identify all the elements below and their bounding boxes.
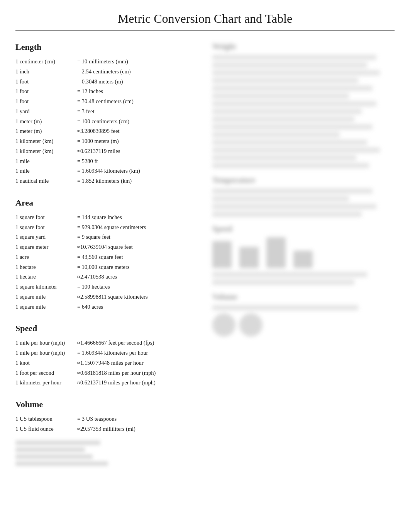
- left-column: Length 1 centimeter (cm)= 10 millimeters…: [15, 42, 201, 478]
- conversion-value: = 1.609344 kilometers (km): [77, 166, 201, 176]
- conversion-value: ≈0.62137119 miles per hour (mph): [77, 378, 201, 388]
- table-row: 1 square meter≈10.7639104 square feet: [15, 242, 201, 252]
- unit-label: 1 square foot: [15, 212, 77, 223]
- speed-section: Speed 1 mile per hour (mph)≈1.46666667 f…: [15, 323, 201, 388]
- table-row: 1 meter (m)≈3.280839895 feet: [15, 126, 201, 136]
- unit-label: 1 mile per hour (mph): [15, 348, 77, 358]
- area-title: Area: [15, 198, 201, 208]
- conversion-value: = 3 feet: [77, 107, 201, 117]
- table-row: 1 inch= 2.54 centimeters (cm): [15, 67, 201, 77]
- unit-label: 1 acre: [15, 252, 77, 262]
- conversion-value: = 100 hectares: [77, 282, 201, 292]
- area-table: 1 square foot= 144 square inches1 square…: [15, 212, 201, 312]
- conversion-value: = 9 square feet: [77, 232, 201, 242]
- unit-label: 1 square foot: [15, 223, 77, 233]
- table-row: 1 foot= 12 inches: [15, 87, 201, 97]
- unit-label: 1 hectare: [15, 262, 77, 272]
- conversion-value: = 1000 meters (m): [77, 136, 201, 146]
- unit-label: 1 centimeter (cm): [15, 57, 77, 67]
- table-row: 1 US tablespoon= 3 US teaspoons: [15, 414, 201, 424]
- table-row: 1 foot= 30.48 centimeters (cm): [15, 97, 201, 107]
- conversion-value: = 144 square inches: [77, 212, 201, 223]
- unit-label: 1 kilometer (km): [15, 136, 77, 146]
- unit-label: 1 US fluid ounce: [15, 424, 77, 434]
- unit-label: 1 knot: [15, 358, 77, 368]
- volume-table: 1 US tablespoon= 3 US teaspoons1 US flui…: [15, 414, 201, 434]
- conversion-value: ≈1.46666667 feet per second (fps): [77, 338, 201, 348]
- unit-label: 1 foot: [15, 97, 77, 107]
- table-row: 1 hectare= 10,000 square meters: [15, 262, 201, 272]
- right-column: Weight Temperature Speed: [212, 42, 395, 478]
- conversion-value: = 640 acres: [77, 302, 201, 312]
- conversion-value: ≈0.62137119 miles: [77, 146, 201, 156]
- unit-label: 1 nautical mile: [15, 176, 77, 186]
- table-row: 1 mile= 1.609344 kilometers (km): [15, 166, 201, 176]
- conversion-value: = 5280 ft: [77, 156, 201, 167]
- conversion-value: ≈3.280839895 feet: [77, 126, 201, 136]
- page-title: Metric Conversion Chart and Table: [15, 12, 395, 31]
- area-section: Area 1 square foot= 144 square inches1 s…: [15, 198, 201, 312]
- table-row: 1 mile= 5280 ft: [15, 156, 201, 167]
- table-row: 1 kilometer (km)= 1000 meters (m): [15, 136, 201, 146]
- conversion-value: = 3 US teaspoons: [77, 414, 201, 424]
- volume-title: Volume: [15, 399, 201, 410]
- conversion-value: ≈0.68181818 miles per hour (mph): [77, 368, 201, 378]
- unit-label: 1 square meter: [15, 242, 77, 252]
- conversion-value: = 43,560 square feet: [77, 252, 201, 262]
- table-row: 1 square yard= 9 square feet: [15, 232, 201, 242]
- unit-label: 1 foot: [15, 77, 77, 87]
- table-row: 1 US fluid ounce≈29.57353 milliliters (m…: [15, 424, 201, 434]
- conversion-value: ≈10.7639104 square feet: [77, 242, 201, 252]
- table-row: 1 square foot= 144 square inches: [15, 212, 201, 223]
- table-row: 1 foot= 0.3048 meters (m): [15, 77, 201, 87]
- table-row: 1 mile per hour (mph)≈1.46666667 feet pe…: [15, 338, 201, 348]
- conversion-value: = 100 centimeters (cm): [77, 117, 201, 127]
- speed-table: 1 mile per hour (mph)≈1.46666667 feet pe…: [15, 338, 201, 388]
- unit-label: 1 yard: [15, 107, 77, 117]
- speed-title: Speed: [15, 323, 201, 333]
- table-row: 1 yard= 3 feet: [15, 107, 201, 117]
- table-row: 1 meter (m)= 100 centimeters (cm): [15, 117, 201, 127]
- unit-label: 1 foot per second: [15, 368, 77, 378]
- conversion-value: ≈1.150779448 miles per hour: [77, 358, 201, 368]
- unit-label: 1 kilometer (km): [15, 146, 77, 156]
- table-row: 1 foot per second≈0.68181818 miles per h…: [15, 368, 201, 378]
- volume-section: Volume 1 US tablespoon= 3 US teaspoons1 …: [15, 399, 201, 466]
- unit-label: 1 inch: [15, 67, 77, 77]
- conversion-value: = 10,000 square meters: [77, 262, 201, 272]
- table-row: 1 square mile≈2.58998811 square kilomete…: [15, 292, 201, 302]
- unit-label: 1 kilometer per hour: [15, 378, 77, 388]
- unit-label: 1 US tablespoon: [15, 414, 77, 424]
- unit-label: 1 foot: [15, 87, 77, 97]
- table-row: 1 square kilometer= 100 hectares: [15, 282, 201, 292]
- unit-label: 1 meter (m): [15, 126, 77, 136]
- conversion-value: ≈2.58998811 square kilometers: [77, 292, 201, 302]
- unit-label: 1 hectare: [15, 272, 77, 282]
- conversion-value: = 1.852 kilometers (km): [77, 176, 201, 186]
- conversion-value: ≈29.57353 milliliters (ml): [77, 424, 201, 434]
- table-row: 1 mile per hour (mph)= 1.609344 kilomete…: [15, 348, 201, 358]
- unit-label: 1 square mile: [15, 302, 77, 312]
- unit-label: 1 square yard: [15, 232, 77, 242]
- table-row: 1 nautical mile= 1.852 kilometers (km): [15, 176, 201, 186]
- unit-label: 1 mile per hour (mph): [15, 338, 77, 348]
- unit-label: 1 mile: [15, 156, 77, 167]
- conversion-value: = 929.0304 square centimeters: [77, 223, 201, 233]
- unit-label: 1 mile: [15, 166, 77, 176]
- table-row: 1 kilometer per hour≈0.62137119 miles pe…: [15, 378, 201, 388]
- unit-label: 1 square kilometer: [15, 282, 77, 292]
- unit-label: 1 square mile: [15, 292, 77, 302]
- length-section: Length 1 centimeter (cm)= 10 millimeters…: [15, 42, 201, 186]
- conversion-value: = 12 inches: [77, 87, 201, 97]
- conversion-value: = 1.609344 kilometers per hour: [77, 348, 201, 358]
- conversion-value: = 10 millimeters (mm): [77, 57, 201, 67]
- table-row: 1 square foot= 929.0304 square centimete…: [15, 223, 201, 233]
- table-row: 1 centimeter (cm)= 10 millimeters (mm): [15, 57, 201, 67]
- table-row: 1 knot≈1.150779448 miles per hour: [15, 358, 201, 368]
- length-table: 1 centimeter (cm)= 10 millimeters (mm)1 …: [15, 57, 201, 186]
- length-title: Length: [15, 42, 201, 52]
- table-row: 1 kilometer (km)≈0.62137119 miles: [15, 146, 201, 156]
- conversion-value: ≈2.4710538 acres: [77, 272, 201, 282]
- conversion-value: = 2.54 centimeters (cm): [77, 67, 201, 77]
- table-row: 1 square mile= 640 acres: [15, 302, 201, 312]
